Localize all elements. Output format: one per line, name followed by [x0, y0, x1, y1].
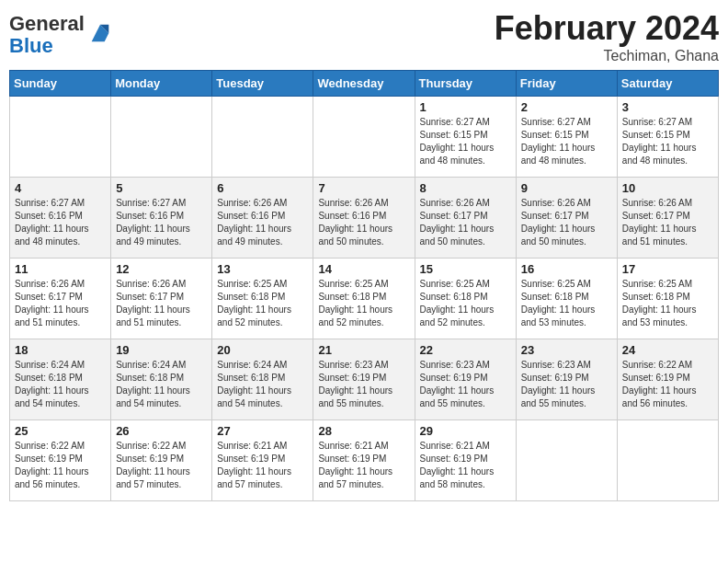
- calendar-cell: 8Sunrise: 6:26 AM Sunset: 6:17 PM Daylig…: [415, 178, 516, 259]
- calendar-cell: 24Sunrise: 6:22 AM Sunset: 6:19 PM Dayli…: [617, 339, 718, 420]
- page-subtitle: Techiman, Ghana: [495, 48, 719, 64]
- day-number: 17: [622, 262, 713, 276]
- day-number: 29: [420, 424, 511, 438]
- day-number: 19: [116, 343, 207, 357]
- calendar-cell: [10, 97, 111, 178]
- calendar-cell: 19Sunrise: 6:24 AM Sunset: 6:18 PM Dayli…: [111, 339, 212, 420]
- col-header-monday: Monday: [111, 71, 212, 97]
- calendar-table: SundayMondayTuesdayWednesdayThursdayFrid…: [9, 70, 719, 501]
- day-number: 7: [318, 181, 409, 195]
- calendar-cell: [313, 97, 415, 178]
- calendar-week-row: 1Sunrise: 6:27 AM Sunset: 6:15 PM Daylig…: [10, 97, 719, 178]
- day-info: Sunrise: 6:23 AM Sunset: 6:19 PM Dayligh…: [318, 359, 409, 410]
- day-info: Sunrise: 6:25 AM Sunset: 6:18 PM Dayligh…: [420, 278, 511, 329]
- col-header-friday: Friday: [516, 71, 617, 97]
- day-number: 4: [15, 181, 106, 195]
- day-number: 14: [318, 262, 409, 276]
- day-info: Sunrise: 6:23 AM Sunset: 6:19 PM Dayligh…: [521, 359, 612, 410]
- day-number: 2: [521, 100, 612, 114]
- day-info: Sunrise: 6:21 AM Sunset: 6:19 PM Dayligh…: [217, 440, 308, 491]
- calendar-cell: 4Sunrise: 6:27 AM Sunset: 6:16 PM Daylig…: [10, 178, 111, 259]
- day-number: 8: [420, 181, 511, 195]
- day-info: Sunrise: 6:26 AM Sunset: 6:17 PM Dayligh…: [116, 278, 207, 329]
- day-number: 10: [622, 181, 713, 195]
- day-number: 24: [622, 343, 713, 357]
- day-info: Sunrise: 6:27 AM Sunset: 6:16 PM Dayligh…: [116, 197, 207, 248]
- calendar-cell: [212, 97, 313, 178]
- day-info: Sunrise: 6:26 AM Sunset: 6:16 PM Dayligh…: [318, 197, 409, 248]
- calendar-cell: 2Sunrise: 6:27 AM Sunset: 6:15 PM Daylig…: [516, 97, 617, 178]
- col-header-thursday: Thursday: [415, 71, 516, 97]
- calendar-cell: 21Sunrise: 6:23 AM Sunset: 6:19 PM Dayli…: [313, 339, 415, 420]
- calendar-week-row: 4Sunrise: 6:27 AM Sunset: 6:16 PM Daylig…: [10, 178, 719, 259]
- calendar-cell: 13Sunrise: 6:25 AM Sunset: 6:18 PM Dayli…: [212, 259, 313, 339]
- day-number: 13: [217, 262, 308, 276]
- calendar-cell: 10Sunrise: 6:26 AM Sunset: 6:17 PM Dayli…: [617, 178, 718, 259]
- calendar-cell: 5Sunrise: 6:27 AM Sunset: 6:16 PM Daylig…: [111, 178, 212, 259]
- day-info: Sunrise: 6:26 AM Sunset: 6:17 PM Dayligh…: [622, 197, 713, 248]
- day-info: Sunrise: 6:24 AM Sunset: 6:18 PM Dayligh…: [217, 359, 308, 410]
- day-number: 26: [116, 424, 207, 438]
- day-info: Sunrise: 6:21 AM Sunset: 6:19 PM Dayligh…: [318, 440, 409, 491]
- calendar-cell: 3Sunrise: 6:27 AM Sunset: 6:15 PM Daylig…: [617, 97, 718, 178]
- day-number: 20: [217, 343, 308, 357]
- calendar-cell: 11Sunrise: 6:26 AM Sunset: 6:17 PM Dayli…: [10, 259, 111, 339]
- day-number: 25: [15, 424, 106, 438]
- day-info: Sunrise: 6:25 AM Sunset: 6:18 PM Dayligh…: [217, 278, 308, 329]
- day-info: Sunrise: 6:23 AM Sunset: 6:19 PM Dayligh…: [420, 359, 511, 410]
- day-info: Sunrise: 6:27 AM Sunset: 6:15 PM Dayligh…: [622, 116, 713, 167]
- day-number: 11: [15, 262, 106, 276]
- calendar-cell: 26Sunrise: 6:22 AM Sunset: 6:19 PM Dayli…: [111, 420, 212, 501]
- day-info: Sunrise: 6:27 AM Sunset: 6:15 PM Dayligh…: [521, 116, 612, 167]
- calendar-cell: 29Sunrise: 6:21 AM Sunset: 6:19 PM Dayli…: [415, 420, 516, 501]
- day-info: Sunrise: 6:25 AM Sunset: 6:18 PM Dayligh…: [318, 278, 409, 329]
- day-number: 16: [521, 262, 612, 276]
- calendar-cell: 18Sunrise: 6:24 AM Sunset: 6:18 PM Dayli…: [10, 339, 111, 420]
- day-number: 27: [217, 424, 308, 438]
- page-header: General Blue February 2024 Techiman, Gha…: [9, 9, 719, 64]
- calendar-cell: 7Sunrise: 6:26 AM Sunset: 6:16 PM Daylig…: [313, 178, 415, 259]
- day-number: 12: [116, 262, 207, 276]
- col-header-tuesday: Tuesday: [212, 71, 313, 97]
- calendar-cell: 12Sunrise: 6:26 AM Sunset: 6:17 PM Dayli…: [111, 259, 212, 339]
- logo-icon: [87, 20, 113, 46]
- day-number: 6: [217, 181, 308, 195]
- col-header-sunday: Sunday: [10, 71, 111, 97]
- day-number: 15: [420, 262, 511, 276]
- title-block: February 2024 Techiman, Ghana: [495, 9, 719, 64]
- calendar-cell: 6Sunrise: 6:26 AM Sunset: 6:16 PM Daylig…: [212, 178, 313, 259]
- day-number: 1: [420, 100, 511, 114]
- day-number: 5: [116, 181, 207, 195]
- logo-text: General Blue: [9, 13, 85, 57]
- day-info: Sunrise: 6:25 AM Sunset: 6:18 PM Dayligh…: [521, 278, 612, 329]
- day-info: Sunrise: 6:27 AM Sunset: 6:15 PM Dayligh…: [420, 116, 511, 167]
- day-number: 3: [622, 100, 713, 114]
- calendar-week-row: 11Sunrise: 6:26 AM Sunset: 6:17 PM Dayli…: [10, 259, 719, 339]
- day-info: Sunrise: 6:22 AM Sunset: 6:19 PM Dayligh…: [622, 359, 713, 410]
- calendar-cell: [516, 420, 617, 501]
- day-number: 21: [318, 343, 409, 357]
- calendar-cell: 23Sunrise: 6:23 AM Sunset: 6:19 PM Dayli…: [516, 339, 617, 420]
- day-info: Sunrise: 6:21 AM Sunset: 6:19 PM Dayligh…: [420, 440, 511, 491]
- calendar-cell: 25Sunrise: 6:22 AM Sunset: 6:19 PM Dayli…: [10, 420, 111, 501]
- day-info: Sunrise: 6:24 AM Sunset: 6:18 PM Dayligh…: [116, 359, 207, 410]
- col-header-saturday: Saturday: [617, 71, 718, 97]
- calendar-cell: 27Sunrise: 6:21 AM Sunset: 6:19 PM Dayli…: [212, 420, 313, 501]
- day-number: 22: [420, 343, 511, 357]
- day-number: 18: [15, 343, 106, 357]
- day-info: Sunrise: 6:26 AM Sunset: 6:16 PM Dayligh…: [217, 197, 308, 248]
- calendar-cell: 9Sunrise: 6:26 AM Sunset: 6:17 PM Daylig…: [516, 178, 617, 259]
- calendar-cell: 20Sunrise: 6:24 AM Sunset: 6:18 PM Dayli…: [212, 339, 313, 420]
- day-info: Sunrise: 6:22 AM Sunset: 6:19 PM Dayligh…: [116, 440, 207, 491]
- calendar-cell: 22Sunrise: 6:23 AM Sunset: 6:19 PM Dayli…: [415, 339, 516, 420]
- day-info: Sunrise: 6:27 AM Sunset: 6:16 PM Dayligh…: [15, 197, 106, 248]
- calendar-cell: 16Sunrise: 6:25 AM Sunset: 6:18 PM Dayli…: [516, 259, 617, 339]
- logo: General Blue: [9, 13, 113, 57]
- col-header-wednesday: Wednesday: [313, 71, 415, 97]
- day-number: 9: [521, 181, 612, 195]
- day-info: Sunrise: 6:24 AM Sunset: 6:18 PM Dayligh…: [15, 359, 106, 410]
- day-info: Sunrise: 6:26 AM Sunset: 6:17 PM Dayligh…: [420, 197, 511, 248]
- day-info: Sunrise: 6:26 AM Sunset: 6:17 PM Dayligh…: [15, 278, 106, 329]
- day-number: 28: [318, 424, 409, 438]
- calendar-week-row: 25Sunrise: 6:22 AM Sunset: 6:19 PM Dayli…: [10, 420, 719, 501]
